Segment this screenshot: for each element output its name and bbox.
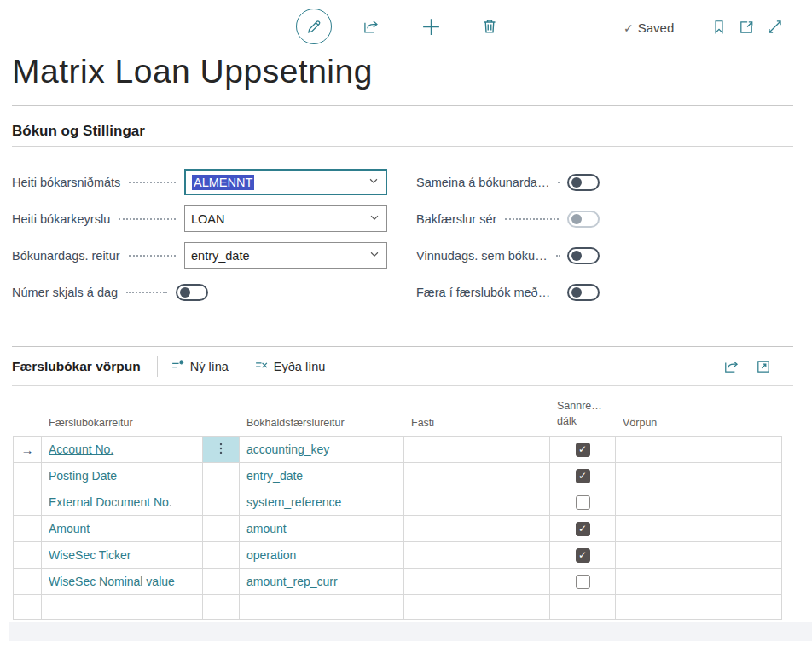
gl-field-cell[interactable]: entry_date	[240, 463, 404, 489]
gl-field-cell[interactable]: operation	[240, 542, 404, 569]
journal-field-cell[interactable]: WiseSec Ticker	[42, 542, 203, 569]
mapping-cell[interactable]	[616, 595, 782, 620]
table-row: External Document No. system_reference	[13, 489, 782, 516]
verify-cell[interactable]	[550, 516, 616, 542]
gl-field-cell[interactable]	[240, 595, 404, 620]
row-menu-cell[interactable]	[203, 489, 240, 516]
verify-cell[interactable]	[550, 489, 616, 516]
column-header-constant[interactable]: Fasti	[404, 417, 550, 431]
gl-field-cell[interactable]: amount	[240, 516, 404, 542]
verify-cell[interactable]	[550, 595, 616, 620]
journal-field-cell[interactable]: Posting Date	[42, 463, 203, 489]
journal-field-cell[interactable]: Amount	[42, 516, 203, 542]
row-selector-cell[interactable]	[13, 595, 42, 620]
toggle-vinnudags-sem-bokun[interactable]	[567, 247, 600, 264]
cell-value: Amount	[49, 522, 90, 535]
field-numer-skjals-a-dag: Númer skjals á dag	[12, 279, 387, 305]
row-selector-cell[interactable]	[13, 463, 42, 489]
row-menu-cell[interactable]	[203, 542, 240, 569]
verify-cell[interactable]	[550, 569, 616, 595]
constant-cell[interactable]	[404, 437, 550, 463]
verify-checkbox[interactable]	[576, 469, 590, 483]
delete-icon[interactable]	[481, 18, 498, 35]
verify-checkbox[interactable]	[576, 575, 590, 589]
cell-value: Account No.	[49, 443, 113, 456]
mapping-cell[interactable]	[616, 463, 782, 489]
row-menu-cell[interactable]	[203, 463, 240, 489]
verify-checkbox[interactable]	[576, 548, 590, 563]
dotted-leader	[126, 292, 167, 293]
mapping-cell[interactable]	[616, 516, 782, 542]
verify-checkbox[interactable]	[576, 522, 590, 536]
row-menu-column-header	[203, 429, 240, 431]
journal-field-cell[interactable]: Account No.	[42, 437, 203, 463]
field-label: Bókunardags. reitur	[12, 249, 120, 263]
constant-cell[interactable]	[404, 595, 550, 620]
combobox-heiti-bokarkeyrslu[interactable]: LOAN	[184, 205, 387, 232]
verify-checkbox[interactable]	[576, 443, 590, 457]
open-in-window-icon[interactable]	[738, 20, 755, 35]
delete-line-button[interactable]: Eyða línu	[254, 358, 325, 375]
verify-cell[interactable]	[550, 437, 616, 463]
constant-cell[interactable]	[404, 542, 550, 569]
column-header-verify[interactable]: Sannre… dálk	[550, 398, 616, 431]
gl-field-cell[interactable]: system_reference	[240, 489, 404, 516]
combobox-value: LOAN	[191, 212, 225, 226]
add-icon[interactable]	[420, 16, 442, 38]
column-header-journal-field[interactable]: Færslubókarreitur	[42, 417, 203, 431]
settings-section-header[interactable]: Bókun og Stillingar	[12, 123, 793, 147]
constant-cell[interactable]	[404, 489, 550, 516]
journal-field-cell[interactable]	[42, 595, 203, 620]
row-selector-cell[interactable]	[13, 516, 42, 542]
combobox-bokunardags-reitur[interactable]: entry_date	[184, 242, 387, 269]
toggle-sameina-a-bokunardag[interactable]	[567, 174, 600, 191]
mapping-cell[interactable]	[616, 489, 782, 516]
new-line-button[interactable]: Ný lína	[171, 358, 229, 375]
row-menu-cell[interactable]	[203, 595, 240, 620]
edit-pencil-icon[interactable]	[296, 9, 332, 44]
bookmark-icon[interactable]	[711, 19, 727, 35]
mapping-section-title[interactable]: Færslubókar vörpun	[12, 359, 141, 374]
cell-value: entry_date	[246, 469, 303, 483]
expand-icon[interactable]	[767, 19, 783, 35]
dotted-leader	[129, 182, 176, 183]
row-selector-cell[interactable]	[13, 569, 42, 595]
top-toolbar: ✓ Saved	[0, 0, 812, 49]
row-menu-cell[interactable]	[203, 516, 240, 542]
constant-cell[interactable]	[404, 569, 550, 595]
chevron-down-icon[interactable]	[368, 211, 380, 227]
field-heiti-bokarkeyrslu: Heiti bókarkeyrslu LOAN	[12, 205, 387, 232]
table-row	[13, 595, 782, 620]
row-selector-cell[interactable]	[13, 489, 42, 516]
row-menu-cell[interactable]	[203, 437, 240, 463]
verify-cell[interactable]	[550, 463, 616, 489]
table-row: → Account No. accounting_key	[13, 437, 782, 463]
constant-cell[interactable]	[404, 516, 550, 542]
row-selector-cell[interactable]: →	[13, 437, 42, 463]
chevron-down-icon[interactable]	[368, 175, 380, 190]
verify-cell[interactable]	[550, 542, 616, 569]
toggle-numer-skjals-a-dag[interactable]	[176, 284, 208, 301]
dotted-leader	[129, 255, 176, 257]
mapping-cell[interactable]	[616, 437, 782, 463]
column-header-gl-field[interactable]: Bókhaldsfærslureitur	[240, 417, 404, 431]
toggle-faera-i-faerslubok[interactable]	[567, 284, 600, 301]
row-menu-cell[interactable]	[203, 569, 240, 595]
constant-cell[interactable]	[404, 463, 550, 489]
share-icon[interactable]	[723, 359, 740, 374]
journal-field-cell[interactable]: WiseSec Nominal value	[42, 569, 203, 595]
column-header-mapping[interactable]: Vörpun	[616, 417, 782, 431]
share-icon[interactable]	[362, 19, 380, 35]
field-label: Sameina á bókunarda…	[416, 176, 549, 189]
gl-field-cell[interactable]: amount_rep_curr	[240, 569, 404, 595]
mapping-cell[interactable]	[616, 542, 782, 569]
table-row: WiseSec Ticker operation	[13, 542, 782, 569]
journal-field-cell[interactable]: External Document No.	[42, 489, 203, 516]
row-selector-cell[interactable]	[13, 542, 42, 569]
combobox-heiti-bokarsnidmats[interactable]: ALMENNT	[184, 169, 387, 195]
verify-checkbox[interactable]	[576, 495, 590, 510]
gl-field-cell[interactable]: accounting_key	[240, 437, 404, 463]
chevron-down-icon[interactable]	[368, 248, 380, 263]
mapping-cell[interactable]	[616, 569, 782, 595]
focus-mode-icon[interactable]	[756, 359, 771, 374]
